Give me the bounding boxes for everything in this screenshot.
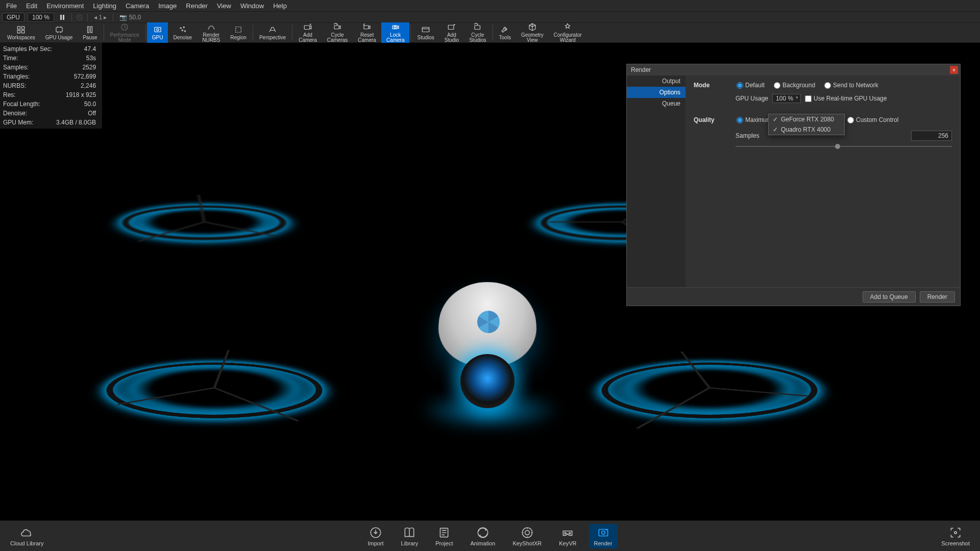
animation-icon — [476, 526, 489, 539]
tool-tools[interactable]: Tools — [494, 22, 516, 43]
quality-maximum-radio[interactable]: Maximum — [737, 116, 772, 123]
dialog-titlebar[interactable]: Render × — [627, 64, 960, 76]
tool-lock-camera[interactable]: Lock Camera — [381, 22, 410, 43]
tool-icon — [178, 25, 187, 34]
tool-icon — [85, 25, 94, 34]
menu-image[interactable]: Image — [154, 1, 181, 11]
close-icon[interactable]: × — [950, 66, 958, 74]
gpu-device-item[interactable]: ✓Quadro RTX 4000 — [769, 124, 844, 135]
separator — [410, 24, 411, 41]
bottom-project-button[interactable]: Project — [430, 524, 458, 548]
bottom-keyvr-button[interactable]: KeyVR — [554, 524, 581, 548]
menu-camera[interactable]: Camera — [121, 1, 153, 11]
gpu-device-item[interactable]: ✓GeForce RTX 2080 — [769, 114, 844, 124]
separator — [87, 13, 88, 21]
tool-gpu[interactable]: GPU — [147, 22, 168, 43]
tool-icon — [333, 22, 342, 32]
add-to-queue-button[interactable]: Add to Queue — [863, 291, 916, 303]
gpu-mode-button[interactable]: GPU — [2, 13, 24, 22]
svg-rect-24 — [448, 25, 454, 29]
gpu-usage-label: GPU Usage — [736, 95, 768, 102]
tool-icon — [447, 22, 456, 32]
bottom-library-button[interactable]: Library — [396, 524, 424, 548]
separator — [113, 13, 113, 21]
svg-rect-6 — [22, 31, 24, 33]
separator — [104, 24, 104, 41]
svg-rect-23 — [422, 28, 429, 32]
tool-icon — [500, 25, 509, 34]
svg-rect-19 — [334, 26, 339, 29]
screenshot-button[interactable]: Screenshot — [936, 524, 975, 548]
tool-icon — [528, 22, 537, 32]
library-icon — [403, 526, 416, 539]
bottom-import-button[interactable]: Import — [362, 524, 388, 548]
tool-configurator-wizard[interactable]: Configurator Wizard — [549, 22, 587, 43]
bottom-keyshotxr-button[interactable]: KeyShotXR — [507, 524, 547, 548]
samples-slider[interactable] — [736, 144, 952, 149]
render-button[interactable]: Render — [920, 291, 955, 303]
tool-add-studio[interactable]: Add Studio — [439, 22, 464, 43]
tool-gpu-usage[interactable]: GPU Usage — [40, 22, 78, 43]
tool-region[interactable]: Region — [225, 22, 252, 43]
separator — [71, 13, 72, 21]
menu-edit[interactable]: Edit — [22, 1, 41, 11]
tool-pause[interactable]: Pause — [78, 22, 102, 43]
pause-icon[interactable] — [57, 13, 67, 21]
mode-network-radio[interactable]: Send to Network — [824, 82, 878, 89]
svg-rect-8 — [88, 27, 89, 33]
tool-icon — [303, 22, 312, 32]
number-field-2[interactable]: 📷 50.0 — [117, 14, 143, 21]
menu-environment[interactable]: Environment — [42, 1, 88, 11]
tool-denoise[interactable]: Denoise — [168, 22, 197, 43]
svg-point-15 — [182, 30, 183, 31]
gpu-usage-value[interactable]: 100 % — [28, 13, 54, 22]
tool-icon — [120, 22, 129, 32]
render-tab-queue[interactable]: Queue — [627, 98, 685, 109]
separator — [292, 24, 292, 41]
svg-point-12 — [156, 29, 159, 31]
svg-point-35 — [954, 531, 957, 533]
tool-perspective[interactable]: Perspective — [254, 22, 291, 43]
tool-workspaces[interactable]: Workspaces — [2, 22, 40, 43]
tool-icon — [391, 22, 400, 32]
samples-input[interactable]: 256 — [911, 131, 952, 141]
tool-studios[interactable]: Studios — [412, 22, 439, 43]
svg-rect-4 — [22, 27, 24, 29]
tool-icon — [234, 25, 243, 34]
menu-help[interactable]: Help — [269, 1, 291, 11]
project-icon — [437, 526, 451, 539]
realtime-gpu-checkbox[interactable]: Use Real-time GPU Usage — [805, 95, 887, 102]
tool-geometry-view[interactable]: Geometry View — [516, 22, 549, 43]
tool-reset-camera[interactable]: Reset Camera — [353, 22, 381, 43]
tool-performance-mode: Performance Mode — [105, 22, 144, 43]
tool-add-camera[interactable]: Add Camera — [293, 22, 322, 43]
svg-rect-18 — [304, 26, 310, 30]
render-tab-output[interactable]: Output — [627, 76, 685, 87]
cloud-library-button[interactable]: Cloud Library — [5, 524, 48, 548]
svg-point-14 — [183, 27, 184, 28]
separator — [493, 24, 493, 41]
number-field-1[interactable]: ◂ 1 ▸ — [92, 14, 109, 21]
menu-window[interactable]: Window — [236, 1, 268, 11]
tool-cycle-studios[interactable]: Cycle Studios — [464, 22, 491, 43]
quality-custom-radio[interactable]: Custom Control — [847, 116, 898, 123]
separator — [253, 24, 253, 41]
svg-point-32 — [569, 532, 571, 534]
menu-render[interactable]: Render — [182, 1, 212, 11]
render-tab-options[interactable]: Options — [627, 87, 685, 98]
gpu-usage-dropdown[interactable]: 100 % — [772, 94, 801, 103]
menu-lighting[interactable]: Lighting — [89, 1, 120, 11]
mode-default-radio[interactable]: Default — [737, 82, 765, 89]
tool-cycle-cameras[interactable]: Cycle Cameras — [322, 22, 353, 43]
tool-render-nurbs[interactable]: Render NURBS — [197, 22, 225, 43]
bottom-animation-button[interactable]: Animation — [465, 524, 500, 548]
menu-file[interactable]: File — [2, 1, 21, 11]
bottom-bar: Cloud Library ImportLibraryProjectAnimat… — [0, 520, 980, 551]
svg-point-30 — [525, 530, 529, 535]
bottom-render-button[interactable]: Render — [589, 524, 618, 548]
import-icon — [369, 526, 382, 539]
menu-view[interactable]: View — [213, 1, 235, 11]
cloud-icon — [20, 526, 34, 539]
mode-background-radio[interactable]: Background — [774, 82, 815, 89]
svg-rect-0 — [60, 15, 62, 20]
